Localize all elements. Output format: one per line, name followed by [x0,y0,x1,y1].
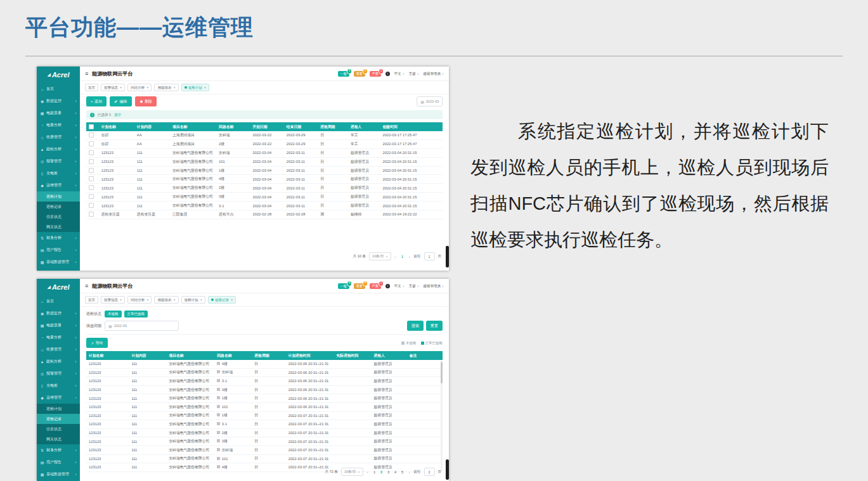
close-icon[interactable]: × [200,298,202,302]
page-jump-input[interactable] [424,252,435,260]
table-row[interactable]: 123123111安科瑞电气股份有限公司1楼日2022-03-07 20:31~… [86,411,443,420]
breadcrumb-tab[interactable]: 报警信息× [101,84,125,91]
table-row[interactable]: 巡检变压器巡检变压器江阴集团巡检节点2022-02-282022-02-28周杨… [86,210,443,219]
sidebar-item-ops-management[interactable]: ◆运维管理∨ [37,179,80,191]
close-icon[interactable]: × [231,298,233,302]
table-row[interactable]: 123123111安科瑞电气股份有限公司安科瑞日2022-03-07 20:31… [86,446,443,454]
sidebar-item-energy-analysis[interactable]: ◔电量分析∨ [37,119,80,131]
user-dropdown[interactable]: 超级管理员∨ [424,284,444,288]
next-page-button[interactable]: › [408,470,411,474]
theme-dropdown[interactable]: 主题∨ [409,72,419,76]
table-row[interactable]: 123123111安科瑞电气股份有限公司3-1日2022-03-07 20:31… [86,420,443,429]
table-row[interactable]: 123123111安科瑞电气股份有限公司1楼日2022-03-06 20:31~… [86,394,443,403]
table-row[interactable]: 123123111安科瑞电气股份有限公司安科瑞日2022-03-06 20:31… [86,368,443,377]
alarm-important-chip[interactable]: 重要 9 [354,283,365,289]
close-icon[interactable]: × [204,86,206,89]
sidebar-subitem[interactable]: 网关状态 [37,222,80,232]
hamburger-icon[interactable]: ≡ [85,283,88,289]
row-checkbox[interactable] [89,141,94,146]
sidebar-item-base-data[interactable]: ▩基础数据管理∨ [37,468,80,480]
sidebar-subitem[interactable]: 仪表状态 [37,424,80,434]
month-picker-input[interactable]: ▦ 2022-03 [417,96,443,106]
close-icon[interactable]: × [173,86,175,89]
status-option-chip[interactable]: 未巡检 [105,311,122,317]
table-row[interactable]: 你好AA上海测试项目安科瑞2022-03-222022-03-29日常工2022… [86,131,443,139]
sidebar-item-power-quality[interactable]: ▦电能质量∨ [37,319,80,331]
add-button[interactable]: + 添加 [86,96,107,106]
sidebar-item-user-report[interactable]: ▤用户报告∨ [37,456,80,468]
table-row[interactable]: 123123111安科瑞电气股份有限公司1楼2022-03-042022-03-… [86,166,443,175]
search-button[interactable]: 搜索 [407,321,424,331]
row-checkbox[interactable] [89,194,94,199]
breadcrumb-tab[interactable]: 巡检计划× [181,296,205,304]
table-row[interactable]: 123123111安科瑞电气股份有限公司3-1日2022-03-06 20:31… [86,377,443,386]
sidebar-subitem[interactable]: 网关状态 [37,434,80,444]
language-dropdown[interactable]: 中文∨ [394,72,405,76]
page-number[interactable]: 3 [386,470,391,474]
sidebar-subitem[interactable]: 仪表状态 [37,212,80,222]
sidebar-item-base-data[interactable]: ▩基础数据管理∨ [37,256,80,268]
status-option-chip[interactable]: 正常已巡检 [124,311,148,317]
page-jump-input[interactable] [424,468,435,476]
breadcrumb-tab[interactable]: 用能报表× [154,84,178,91]
theme-dropdown[interactable]: 主题∨ [409,284,419,288]
sidebar-subitem[interactable]: 巡检记录 [37,414,80,424]
table-row[interactable]: 123123111安科瑞电气股份有限公司4楼2022-03-042022-03-… [86,175,443,184]
window-scrollbar-thumb[interactable] [446,459,449,480]
next-page-button[interactable]: › [408,255,411,259]
table-row[interactable]: 你好AA上海测试项目2楼2022-03-222022-03-29日常工2022-… [86,139,443,148]
sidebar-item-alarm-management[interactable]: ◎报警管理∨ [37,155,80,167]
page-size-select[interactable]: 10条/页 ∨ [369,252,391,260]
table-row[interactable]: 123123111安科瑞电气股份有限公司2楼日2022-03-07 20:31~… [86,428,443,437]
table-row[interactable]: 123123111安科瑞电气股份有限公司安科瑞2022-03-042022-03… [86,148,443,157]
sidebar-item-consumption-analysis[interactable]: ▲能耗分析∨ [37,143,80,155]
sidebar-item-charging-pile[interactable]: ▯充电桩∨ [37,380,80,392]
sidebar-item-ops-management[interactable]: ◆运维管理∨ [37,392,80,404]
page-number[interactable]: 4 [393,470,398,474]
table-row[interactable]: 123123111安科瑞电气股份有限公司101日2022-03-07 20:31… [86,454,443,463]
breadcrumb-tab[interactable]: 首页 [85,84,98,91]
breadcrumb-tab[interactable]: 同比分析× [127,84,152,91]
prev-page-button[interactable]: ‹ [366,470,369,474]
table-row[interactable]: 123123111安科瑞电气股份有限公司4楼日2022-03-06 20:31~… [86,360,443,368]
alarm-critical-chip[interactable]: 严重 1 [370,283,381,289]
delete-button[interactable]: 删除 [135,96,157,106]
close-icon[interactable]: × [173,298,175,302]
close-icon[interactable]: × [146,86,148,89]
hamburger-icon[interactable]: ≡ [85,70,88,77]
table-row[interactable]: 123123111安科瑞电气股份有限公司101日2022-03-06 20:31… [86,402,443,411]
sidebar-item-alarm-management[interactable]: ◎报警管理∨ [37,368,80,380]
sidebar-item-user-report[interactable]: ▤用户报告∨ [37,244,80,256]
alarm-general-chip[interactable]: 一般 6 [338,71,349,77]
edit-button[interactable]: 编辑 [110,96,132,106]
page-number[interactable]: 2 [379,470,384,474]
sidebar-item-charging-pile[interactable]: ▯充电桩∨ [37,167,80,179]
sidebar-item-home[interactable]: ⌂首页 [37,295,80,307]
row-checkbox[interactable] [89,203,94,208]
page-number[interactable]: 1 [400,255,405,259]
notice-icon[interactable]: i [385,72,390,76]
row-checkbox[interactable] [89,176,94,181]
page-size-select[interactable]: 10条/页 ∨ [341,468,363,476]
sidebar-item-data-monitor[interactable]: ◉数据监控∨ [37,95,80,107]
prev-page-button[interactable]: ‹ [394,255,397,259]
sidebar-item-fee-management[interactable]: ◇收费管理∨ [37,131,80,143]
sidebar-item-energy-analysis[interactable]: ◔电量分析∨ [37,331,80,343]
row-checkbox[interactable] [89,212,94,217]
sidebar-item-consumption-analysis[interactable]: ▲能耗分析∨ [37,356,80,368]
page-number[interactable]: 1 [372,470,377,474]
row-checkbox[interactable] [89,168,94,173]
row-checkbox[interactable] [89,185,94,190]
close-icon[interactable]: × [120,298,122,302]
close-icon[interactable]: × [146,298,148,302]
sidebar-item-power-quality[interactable]: ▦电能质量∨ [37,107,80,119]
breadcrumb-tab[interactable]: 同比分析× [127,296,152,304]
clear-selection-link[interactable]: 清空 [114,113,121,117]
row-checkbox[interactable] [89,132,94,138]
page-number[interactable]: 5 [400,470,405,474]
sidebar-subitem[interactable]: 巡检记录 [37,202,80,212]
close-icon[interactable]: × [120,86,122,89]
user-dropdown[interactable]: 超级管理员∨ [424,72,444,76]
breadcrumb-tab[interactable]: 用能报表× [154,296,178,304]
reset-button[interactable]: 重置 [426,321,443,331]
